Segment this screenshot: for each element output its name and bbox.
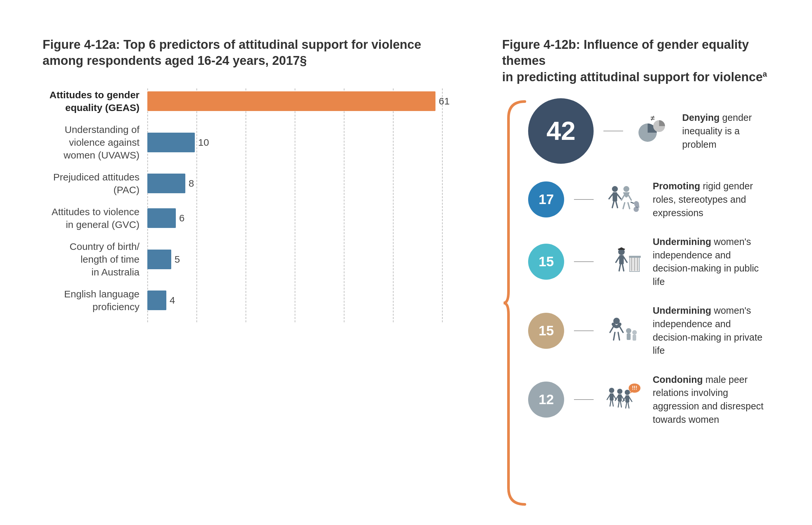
circle-17: 17: [528, 181, 564, 217]
item-row-5: 12: [528, 373, 769, 426]
svg-line-48: [618, 402, 619, 407]
bar-row-4: Attitudes to violencein general (GVC) 6: [43, 205, 449, 231]
bar-fill-5: [147, 250, 171, 269]
undermining-public-icon-svg: [605, 245, 641, 278]
svg-rect-25: [631, 258, 632, 271]
circle-42: 42: [528, 98, 594, 164]
svg-line-11: [629, 196, 631, 200]
items-content: 42 ≠: [528, 98, 769, 508]
svg-rect-28: [629, 256, 641, 258]
bar-value-6: 4: [170, 295, 175, 306]
bar-fill-6: [147, 290, 166, 310]
undermining-public-icon: [603, 245, 643, 278]
svg-line-8: [616, 201, 617, 208]
svg-marker-18: [617, 247, 625, 249]
svg-line-42: [610, 401, 611, 406]
circle-15-tan: 15: [528, 313, 564, 349]
item-row-1: 42 ≠: [528, 98, 769, 164]
svg-line-53: [629, 397, 632, 402]
svg-point-36: [632, 330, 637, 335]
denying-icon: ≠: [633, 115, 672, 147]
left-title: Figure 4-12a: Top 6 predictors of attitu…: [43, 37, 449, 69]
svg-line-31: [620, 327, 623, 332]
bar-row-5: Country of birth/length of timein Austra…: [43, 240, 449, 279]
svg-text:!!!: !!!: [632, 385, 637, 391]
bar-value-4: 6: [179, 212, 185, 224]
svg-line-33: [618, 332, 619, 340]
bar-label-3: Prejudiced attitudes(PAC): [43, 171, 147, 196]
bar-row-3: Prejudiced attitudes(PAC) 8: [43, 171, 449, 196]
bar-area-2: 10: [147, 133, 449, 152]
item-text-5: Condoning male peer relations involving …: [653, 373, 769, 426]
svg-line-12: [623, 203, 625, 209]
bracket-items: 42 ≠: [502, 98, 769, 508]
item-text-1: Denying gender inequality is a problem: [682, 111, 769, 151]
svg-line-20: [616, 257, 619, 262]
svg-line-7: [612, 201, 614, 208]
item-text-4: Undermining women's independence and dec…: [653, 304, 769, 357]
svg-line-49: [621, 402, 622, 407]
bar-area-6: 4: [147, 290, 449, 310]
svg-line-55: [628, 403, 629, 408]
superscript: a: [763, 70, 767, 78]
bar-label-6: English languageproficiency: [43, 287, 147, 313]
bracket-svg-container: [502, 98, 528, 508]
svg-line-43: [612, 401, 613, 406]
undermining-private-icon: [603, 314, 643, 347]
main-container: Figure 4-12a: Top 6 predictors of attitu…: [16, 17, 796, 508]
svg-rect-4: [613, 192, 617, 201]
bar-label-2: Understanding ofviolence againstwomen (U…: [43, 123, 147, 162]
svg-line-22: [619, 264, 621, 271]
bar-label-5: Country of birth/length of timein Austra…: [43, 240, 147, 279]
denying-icon-svg: ≠: [636, 115, 669, 147]
connector-5: [574, 399, 594, 400]
connector-4: [574, 330, 594, 331]
svg-line-54: [626, 403, 627, 408]
bar-row-6: English languageproficiency 4: [43, 287, 449, 313]
undermining-private-icon-svg: [605, 314, 641, 347]
connector-3: [574, 261, 594, 262]
svg-line-32: [614, 332, 615, 340]
connector-1: [603, 131, 623, 131]
svg-line-10: [622, 196, 624, 200]
svg-rect-51: [625, 395, 629, 403]
svg-point-50: [625, 390, 630, 395]
svg-point-44: [617, 389, 623, 394]
item-row-2: 17: [528, 179, 769, 220]
item-row-4: 15: [528, 304, 769, 357]
svg-rect-45: [618, 394, 622, 402]
svg-line-23: [623, 264, 624, 271]
bar-fill-2: [147, 133, 195, 152]
svg-rect-26: [633, 258, 635, 271]
bar-area-4: 6: [147, 208, 449, 228]
bar-area-3: 8: [147, 174, 449, 193]
item-text-3: Undermining women's independence and dec…: [653, 235, 769, 288]
svg-point-3: [612, 186, 618, 192]
item-row-3: 15: [528, 235, 769, 288]
svg-point-34: [626, 328, 631, 333]
condoning-icon: !!!: [603, 383, 643, 416]
promoting-icon-svg: [605, 183, 641, 216]
svg-rect-35: [627, 333, 631, 340]
item-text-2: Promoting rigid gender roles, stereotype…: [653, 179, 769, 220]
svg-line-15: [631, 202, 634, 204]
svg-point-9: [624, 186, 629, 192]
connector-2: [574, 199, 594, 200]
svg-line-5: [609, 194, 613, 199]
svg-line-21: [624, 257, 627, 262]
right-title: Figure 4-12b: Influence of gender equali…: [502, 37, 769, 86]
bar-area-1: 61: [147, 91, 449, 111]
bar-row-1: Attitudes to genderequality (GEAS) 61: [43, 88, 449, 114]
svg-line-13: [628, 203, 630, 209]
svg-text:≠: ≠: [650, 115, 655, 122]
bar-label-4: Attitudes to violencein general (GVC): [43, 205, 147, 231]
bar-value-5: 5: [174, 254, 180, 265]
svg-line-40: [607, 395, 610, 400]
bar-label-1: Attitudes to genderequality (GEAS): [43, 88, 147, 114]
svg-point-38: [609, 388, 614, 393]
svg-line-30: [610, 327, 613, 332]
bar-value-1: 61: [439, 96, 449, 107]
bar-chart: Attitudes to genderequality (GEAS) 61 Un…: [43, 88, 449, 322]
bar-row-2: Understanding ofviolence againstwomen (U…: [43, 123, 449, 162]
right-panel: Figure 4-12b: Influence of gender equali…: [476, 37, 769, 489]
